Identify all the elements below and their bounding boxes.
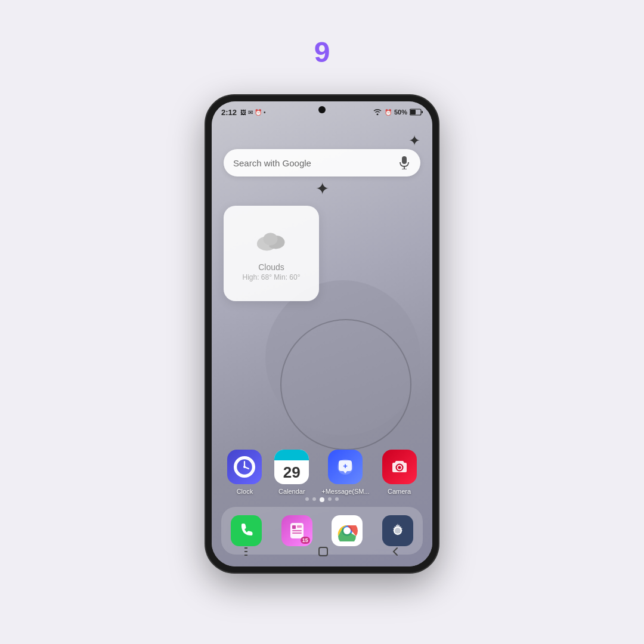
home-button[interactable]: [318, 546, 329, 559]
deco-arc: [280, 319, 411, 450]
wifi-icon: [373, 108, 382, 116]
sparkle-icon-top: ✦: [408, 132, 420, 149]
svg-point-9: [264, 233, 278, 245]
nav-bar: [212, 541, 432, 566]
page-dot-4: [328, 497, 332, 501]
app-item-message[interactable]: + +Message(SM...: [321, 450, 369, 495]
phone-screen: 2:12 🖼 ✉ ⏰ • ⏰ 50%: [212, 101, 432, 566]
svg-point-13: [243, 466, 246, 468]
sparkle-icon-mid: ✦: [315, 179, 329, 199]
search-placeholder: Search with Google: [233, 158, 398, 168]
camera-app-icon[interactable]: [382, 450, 417, 484]
weather-widget[interactable]: Clouds High: 68° Min: 60°: [224, 206, 319, 301]
svg-rect-1: [410, 110, 416, 114]
recents-button[interactable]: [243, 547, 255, 559]
page-wrapper: 9 2:12 🖼 ✉ ⏰ •: [0, 0, 644, 644]
svg-rect-20: [297, 525, 302, 528]
battery-icon: [410, 109, 423, 116]
message-app-label: +Message(SM...: [321, 488, 369, 495]
status-time: 2:12: [221, 108, 237, 117]
battery-text: 50%: [394, 109, 407, 116]
alarm-icon: ⏰: [385, 109, 392, 116]
weather-condition: Clouds: [258, 262, 284, 272]
app-row: Clock 29 Calendar +: [212, 450, 432, 495]
step-number: 9: [314, 36, 330, 69]
calendar-header: [274, 450, 309, 460]
app-item-calendar[interactable]: 29 Calendar: [274, 450, 309, 495]
calendar-app-label: Calendar: [278, 488, 305, 495]
svg-rect-2: [422, 111, 423, 113]
page-dots: [212, 497, 432, 502]
back-button[interactable]: [391, 547, 401, 559]
search-bar[interactable]: Search with Google: [224, 149, 420, 177]
cloud-icon: [253, 225, 289, 259]
svg-line-12: [244, 467, 249, 469]
status-notifications: 🖼 ✉ ⏰ •: [240, 109, 266, 116]
weather-temp: High: 68° Min: 60°: [243, 273, 301, 281]
svg-point-10: [236, 459, 253, 475]
svg-text:+: +: [343, 462, 348, 470]
calendar-app-icon[interactable]: 29: [274, 450, 309, 484]
camera-notch: [318, 106, 326, 113]
svg-rect-3: [402, 156, 407, 164]
clock-app-icon[interactable]: [227, 450, 262, 484]
page-dot-1: [305, 497, 309, 501]
svg-point-25: [343, 527, 351, 534]
calendar-date: 29: [274, 460, 309, 484]
page-dot-2: [312, 497, 316, 501]
svg-rect-21: [292, 530, 302, 531]
clock-app-label: Clock: [237, 488, 253, 495]
page-dot-5: [335, 497, 339, 501]
mic-icon[interactable]: [398, 156, 411, 169]
app-item-camera[interactable]: Camera: [382, 450, 417, 495]
svg-rect-29: [319, 547, 327, 556]
phone-frame: 2:12 🖼 ✉ ⏰ • ⏰ 50%: [206, 95, 438, 572]
page-dot-3: [320, 497, 324, 502]
svg-rect-19: [292, 525, 296, 529]
camera-app-label: Camera: [388, 488, 411, 495]
message-app-icon[interactable]: +: [328, 450, 363, 484]
svg-rect-22: [292, 532, 302, 534]
status-icons: ⏰ 50%: [373, 108, 423, 116]
svg-point-17: [398, 466, 401, 469]
app-item-clock[interactable]: Clock: [227, 450, 262, 495]
